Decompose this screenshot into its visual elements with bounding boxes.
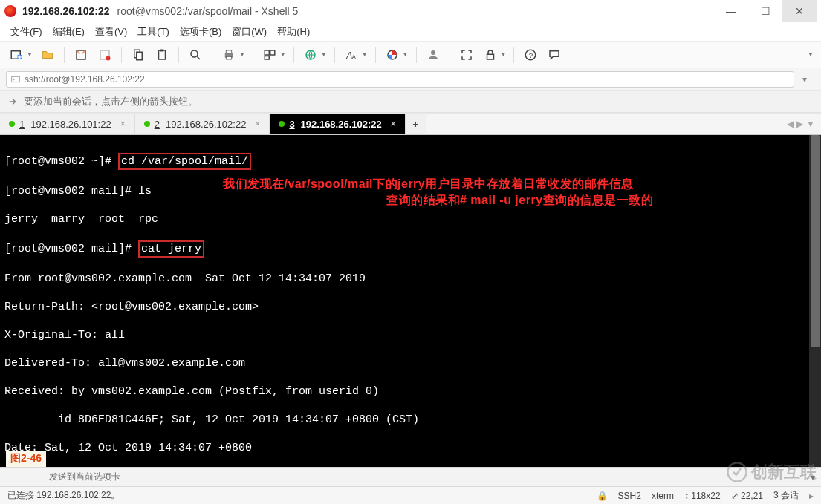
- copy-button[interactable]: [128, 45, 149, 65]
- annotation-text: 查询的结果和# mail -u jerry查询的信息是一致的: [386, 193, 653, 207]
- toolbar-overflow[interactable]: ▼: [808, 51, 815, 58]
- svg-rect-11: [226, 50, 232, 53]
- dropdown-icon[interactable]: ▼: [280, 51, 288, 58]
- svg-point-4: [106, 56, 110, 60]
- menu-tabs[interactable]: 选项卡(B): [180, 25, 221, 39]
- maximize-button[interactable]: ☐: [748, 0, 782, 22]
- open-button[interactable]: [37, 45, 58, 65]
- svg-rect-6: [137, 52, 143, 60]
- tab-menu-icon[interactable]: ▼: [806, 119, 815, 129]
- highlighted-command: cat jerry: [138, 240, 204, 258]
- term-line: From root@vms002.example.com Sat Oct 12 …: [4, 272, 817, 286]
- svg-text:?: ?: [529, 50, 533, 59]
- statusbar: 已连接 192.168.26.102:22。 🔒 SSH2 xterm ↕ 11…: [0, 486, 821, 504]
- term-line: jerry marry root rpc: [4, 212, 817, 226]
- color-button[interactable]: [382, 45, 403, 65]
- address-url: ssh://root@192.168.26.102:22: [25, 74, 145, 85]
- prompt: [root@vms002 ~]#: [4, 155, 118, 168]
- svg-rect-24: [12, 76, 20, 82]
- hintbar: 要添加当前会话，点击左侧的箭头按钮。: [0, 91, 821, 113]
- svg-point-20: [431, 50, 435, 55]
- minimize-button[interactable]: —: [714, 0, 748, 22]
- close-button[interactable]: ✕: [782, 0, 817, 22]
- send-bar: 发送到当前选项卡 ▾: [0, 467, 821, 486]
- menu-help[interactable]: 帮助(H): [277, 25, 310, 39]
- reconnect-button[interactable]: [71, 45, 91, 65]
- tab-prev-icon[interactable]: ◀: [787, 119, 794, 129]
- term-line: Date: Sat, 12 Oct 2019 14:34:07 +0800: [4, 441, 817, 455]
- tab-add-button[interactable]: +: [406, 114, 426, 134]
- new-session-button[interactable]: [6, 45, 27, 65]
- address-input[interactable]: ssh://root@192.168.26.102:22: [6, 71, 794, 88]
- menu-file[interactable]: 文件(F): [10, 25, 42, 39]
- tab-close-icon[interactable]: ×: [391, 119, 396, 129]
- status-dot-icon: [144, 121, 150, 127]
- menu-view[interactable]: 查看(V): [95, 25, 127, 39]
- ssh-icon: [11, 75, 20, 84]
- tabstrip: 1 192.168.26.101:22 × 2 192.168.26.102:2…: [0, 113, 821, 135]
- toolbar: ▼ ▼ ▼ ▼ AA ▼ ▼ ▼ ? ▼: [0, 42, 821, 68]
- dropdown-icon[interactable]: ▼: [501, 51, 508, 58]
- tab-nav: ◀ ▶ ▼: [781, 114, 821, 134]
- chat-button[interactable]: [544, 45, 565, 65]
- status-dot-icon: [9, 121, 15, 127]
- svg-rect-15: [265, 56, 269, 59]
- annotation-text: 我们发现在/var/spool/mail下的jerry用户目录中存放着日常收发的…: [223, 177, 634, 191]
- address-dropdown[interactable]: ▾: [794, 74, 815, 85]
- window-controls: — ☐ ✕: [714, 0, 817, 22]
- print-button[interactable]: [218, 45, 239, 65]
- menu-tools[interactable]: 工具(T): [137, 25, 169, 39]
- status-sessions: 3 会话: [773, 489, 799, 502]
- lock-icon: 🔒: [597, 491, 608, 501]
- dropdown-icon[interactable]: ▼: [321, 51, 328, 58]
- tab-3[interactable]: 3 192.168.26.102:22 ×: [270, 114, 405, 134]
- title-ip: 192.168.26.102:22: [22, 5, 110, 17]
- svg-point-9: [191, 50, 198, 57]
- find-button[interactable]: [185, 45, 206, 65]
- user-button[interactable]: [423, 45, 444, 65]
- terminal-scrollbar[interactable]: [809, 135, 821, 467]
- svg-rect-14: [270, 50, 275, 55]
- tab-next-icon[interactable]: ▶: [796, 119, 803, 129]
- terminal[interactable]: [root@vms002 ~]# cd /var/spool/mail/ [ro…: [0, 135, 821, 467]
- svg-rect-8: [160, 49, 164, 51]
- svg-rect-13: [265, 50, 269, 55]
- status-size: ↕ 118x22: [684, 491, 721, 501]
- dropdown-icon[interactable]: ▼: [403, 51, 410, 58]
- font-button[interactable]: AA: [341, 45, 362, 65]
- tab-close-icon[interactable]: ×: [255, 119, 260, 129]
- svg-rect-21: [487, 54, 493, 59]
- dropdown-icon[interactable]: ▼: [239, 51, 247, 58]
- term-line: X-Original-To: all: [4, 328, 817, 342]
- paste-button[interactable]: [152, 45, 172, 65]
- tab-close-icon[interactable]: ×: [120, 119, 126, 129]
- svg-text:A: A: [351, 53, 355, 59]
- titlebar: 192.168.26.102:22 root@vms002:/var/spool…: [0, 0, 821, 22]
- menu-edit[interactable]: 编辑(E): [53, 25, 85, 39]
- menu-window[interactable]: 窗口(W): [232, 25, 267, 39]
- tab-1[interactable]: 1 192.168.26.101:22 ×: [0, 114, 135, 134]
- globe-button[interactable]: [300, 45, 321, 65]
- tab-number: 1: [19, 119, 25, 130]
- dropdown-icon[interactable]: ▼: [27, 51, 34, 58]
- svg-rect-7: [158, 50, 165, 59]
- menubar: 文件(F) 编辑(E) 查看(V) 工具(T) 选项卡(B) 窗口(W) 帮助(…: [0, 22, 821, 42]
- tab-number: 2: [155, 119, 160, 130]
- status-menu-icon[interactable]: ▸: [809, 491, 814, 501]
- status-term: xterm: [652, 491, 674, 501]
- prompt: [root@vms002 mail]#: [4, 243, 138, 255]
- status-connected: 已连接 192.168.26.102:22。: [7, 489, 120, 502]
- send-bar-text: 发送到当前选项卡: [49, 471, 120, 483]
- svg-rect-12: [226, 56, 232, 59]
- disconnect-button[interactable]: [94, 45, 115, 65]
- properties-button[interactable]: [259, 45, 280, 65]
- tab-2[interactable]: 2 192.168.26.102:22 ×: [135, 114, 270, 134]
- figure-label: 图2-46: [6, 451, 46, 467]
- lock-button[interactable]: [480, 45, 501, 65]
- dropdown-icon[interactable]: ▼: [362, 51, 369, 58]
- status-proto: SSH2: [618, 491, 641, 501]
- hint-arrow-icon[interactable]: [7, 96, 18, 107]
- fullscreen-button[interactable]: [456, 45, 477, 65]
- tab-label: 192.168.26.102:22: [301, 119, 382, 130]
- help-button[interactable]: ?: [520, 45, 541, 65]
